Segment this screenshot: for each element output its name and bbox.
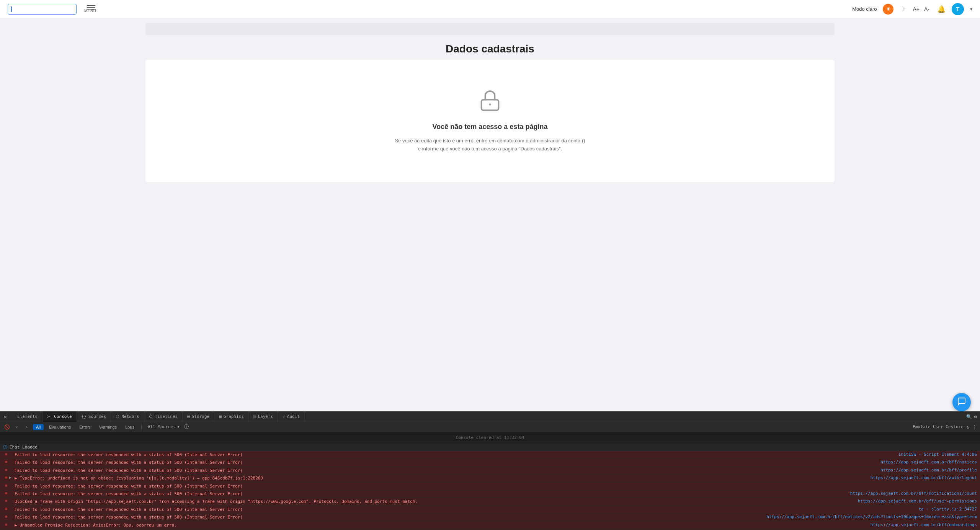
devtools-search-icon[interactable]: 🔍 xyxy=(966,414,972,419)
breadcrumb xyxy=(145,23,835,35)
no-access-container: Você não tem acesso a esta página Se voc… xyxy=(394,89,586,153)
avatar[interactable]: T xyxy=(952,3,964,15)
search-bar[interactable] xyxy=(8,4,77,15)
lock-icon xyxy=(479,89,501,117)
chat-loaded-header: ⓘ Chat Loaded xyxy=(0,444,980,451)
page-title: Dados cadastrais xyxy=(446,43,534,55)
console-row: ⊗ Failed to load resource: the server re… xyxy=(0,506,980,514)
error-indicator-icon: ⊗ xyxy=(3,475,9,479)
devtools-back-button[interactable]: ‹ xyxy=(13,423,21,431)
error-indicator-icon: ⊗ xyxy=(3,522,9,527)
main-wrapper: Dados cadastrais Você não tem acesso a e… xyxy=(0,0,980,197)
filter-warnings-button[interactable]: Warnings xyxy=(96,424,120,430)
menu-button[interactable]: MENU xyxy=(84,5,96,13)
theme-label: Modo claro xyxy=(852,6,877,12)
error-indicator-icon: ⊗ xyxy=(3,483,9,488)
moon-icon: ☽ xyxy=(900,5,905,13)
sun-icon: ☀ xyxy=(886,7,890,12)
devtools-close-button[interactable]: ✕ xyxy=(0,411,11,422)
emulate-label: Emulate User Gesture xyxy=(913,424,963,429)
sources-icon: {} xyxy=(82,414,87,419)
error-indicator-icon: ⊗ xyxy=(3,460,9,464)
console-cleared-message: Console cleared at 13:32:04 xyxy=(0,434,980,442)
devtools-forward-button[interactable]: › xyxy=(23,423,31,431)
chat-loaded-label: Chat Loaded xyxy=(10,445,38,450)
notifications-bell-icon[interactable]: 🔔 xyxy=(937,5,946,13)
all-sources-button[interactable]: All Sources ▾ xyxy=(145,424,182,430)
devtools-tab-layers[interactable]: ◫Layers xyxy=(249,411,278,422)
chat-icon xyxy=(957,397,966,408)
avatar-letter: T xyxy=(956,6,960,12)
console-row: ⊗ ▶ Unhandled Promise Rejection: AxiosEr… xyxy=(0,522,980,529)
filter-evaluations-button[interactable]: Evaluations xyxy=(46,424,74,430)
error-indicator-icon: ⊗ xyxy=(3,499,9,503)
devtools-more-icon[interactable]: ⋮ xyxy=(972,424,977,430)
filter-errors-button[interactable]: Errors xyxy=(76,424,94,430)
chat-loaded-icon: ⓘ xyxy=(3,444,7,450)
content-area: Você não tem acesso a esta página Se voc… xyxy=(0,60,980,197)
filter-all-button[interactable]: All xyxy=(33,424,44,430)
all-sources-chevron-icon: ▾ xyxy=(177,424,180,429)
devtools-tab-graphics[interactable]: ▦Graphics xyxy=(214,411,249,422)
breadcrumb-area xyxy=(0,18,980,35)
content-card: Você não tem acesso a esta página Se voc… xyxy=(145,60,835,182)
console-row: ⊗ Failed to load resource: the server re… xyxy=(0,451,980,459)
storage-icon: ▤ xyxy=(187,414,190,419)
console-row: ⊗ Failed to load resource: the server re… xyxy=(0,514,980,521)
search-cursor xyxy=(11,7,12,12)
console-row: ⊗ Failed to load resource: the server re… xyxy=(0,483,980,490)
devtools-tabs: ✕ Elements>_Console{}Sources⬡Network⏱Tim… xyxy=(0,411,980,422)
devtools-console-toolbar: 🚫 ‹ › All Evaluations Errors Warnings Lo… xyxy=(0,422,980,432)
devtools-console-content[interactable]: Console cleared at 13:32:04 ⓘ Chat Loade… xyxy=(0,432,980,530)
devtools-tab-console[interactable]: >_Console xyxy=(42,411,77,422)
devtools-tab-storage[interactable]: ▤Storage xyxy=(183,411,214,422)
console-row: ⊗ Blocked a frame with origin "https://a… xyxy=(0,498,980,506)
floating-chat-button[interactable] xyxy=(952,393,971,411)
console-row: ⊗ Failed to load resource: the server re… xyxy=(0,490,980,498)
console-row: ⊗ Failed to load resource: the server re… xyxy=(0,459,980,466)
error-indicator-icon: ⊗ xyxy=(3,452,9,456)
devtools-settings-icon[interactable]: ⚙ xyxy=(974,414,977,419)
toolbar-separator xyxy=(141,424,142,430)
network-icon: ⬡ xyxy=(116,414,119,419)
console-icon: >_ xyxy=(47,414,52,419)
devtools-clear-button[interactable]: 🚫 xyxy=(3,423,11,431)
audit-icon: ✓ xyxy=(283,414,285,419)
error-indicator-icon: ⊗ xyxy=(3,514,9,519)
devtools-panel: ✕ Elements>_Console{}Sources⬡Network⏱Tim… xyxy=(0,411,980,530)
console-row: ⊗ ▶ ▶ TypeError: undefined is not an obj… xyxy=(0,475,980,482)
layers-icon: ◫ xyxy=(253,414,256,419)
devtools-tab-sources[interactable]: {}Sources xyxy=(77,411,111,422)
theme-toggle-button[interactable]: ☀ xyxy=(883,4,893,15)
graphics-icon: ▦ xyxy=(219,414,222,419)
font-increase-button[interactable]: A+ xyxy=(911,5,921,13)
topbar-right: Modo claro ☀ ☽ A+ A- 🔔 T ▾ xyxy=(852,3,972,15)
menu-label: MENU xyxy=(84,9,96,13)
devtools-toolbar-right: Emulate User Gesture ↻ ⋮ xyxy=(913,424,977,430)
devtools-tab-timelines[interactable]: ⏱Timelines xyxy=(144,411,183,422)
filter-logs-button[interactable]: Logs xyxy=(122,424,137,430)
timelines-icon: ⏱ xyxy=(149,414,153,419)
avatar-chevron-down-icon[interactable]: ▾ xyxy=(970,7,972,12)
refresh-icon[interactable]: ↻ xyxy=(967,424,969,430)
devtools-tab-audit[interactable]: ✓Audit xyxy=(278,411,305,422)
devtools-tab-elements[interactable]: Elements xyxy=(11,411,42,422)
console-help-icon[interactable]: ⓘ xyxy=(184,424,189,430)
font-size-controls: A+ A- xyxy=(911,5,931,13)
font-decrease-button[interactable]: A- xyxy=(923,5,931,13)
svg-point-1 xyxy=(489,103,491,105)
error-indicator-icon: ⊗ xyxy=(3,491,9,495)
error-indicator-icon: ⊗ xyxy=(3,507,9,511)
no-access-desc: Se você acredita que isto é um erro, ent… xyxy=(394,137,586,153)
console-row: ⊗ Failed to load resource: the server re… xyxy=(0,467,980,475)
page-header: Dados cadastrais xyxy=(0,35,980,60)
devtools-tab-network[interactable]: ⬡Network xyxy=(111,411,144,422)
topbar: MENU Modo claro ☀ ☽ A+ A- 🔔 T ▾ xyxy=(0,0,980,18)
no-access-title: Você não tem acesso a esta página xyxy=(433,123,548,131)
error-indicator-icon: ⊗ xyxy=(3,468,9,472)
